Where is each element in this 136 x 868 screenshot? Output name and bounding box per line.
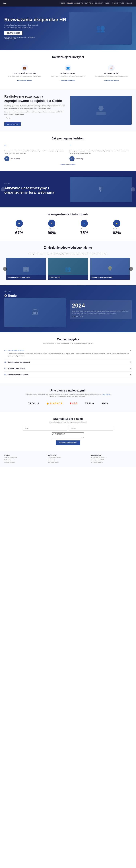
talent-title: Znalezienie odpowiedniego talentu: [4, 246, 132, 249]
faq-item-3[interactable]: 04. Performance Management ∨: [4, 372, 132, 378]
footer-col-sydney: Sydney A: 45 Portea Bay RdMelbourne E: i…: [4, 454, 45, 463]
partner-logo-evga: EVGA: [68, 401, 80, 406]
nav-page4[interactable]: PAGE 4: [127, 2, 133, 4]
testimonial-card-1: " Lorem ipsum dolor sit amet, consectetu…: [69, 144, 132, 161]
svg-point-0: [98, 106, 104, 111]
faq-num-1: 02.: [4, 361, 6, 363]
benefit-icon-1: 👥: [65, 65, 71, 71]
about-year-card: 2024 Lorem ipsum dolor sit amet, consect…: [70, 300, 132, 319]
contact-message-input[interactable]: [52, 432, 84, 438]
benefit-card-0: 💼 OSZCZĘDNOŚCI KOSZTÓW Lorem ipsum dolor…: [4, 62, 45, 84]
partners-highlight[interactable]: ante lobortis: [103, 394, 111, 395]
footer-addr-0: A: 45 Portea Bay RdMelbourne: [4, 457, 45, 461]
navbar: logo HOME USŁUGI ABOUT US OUR TEAM CONTA…: [0, 0, 136, 6]
svg-rect-1: [97, 112, 106, 115]
faq-item-2[interactable]: 03. Training Development ∨: [4, 365, 132, 372]
compensation-section: Wynagrodzenia i świadczenia 📊 Rozwój 67%…: [0, 208, 136, 241]
stat-label-1: Szkolenia: [37, 228, 67, 230]
testimonial-text-0: Lorem ipsum dolor sit amet, consectetur …: [4, 150, 67, 154]
hero-contact-label: Zadzwoń 24 godziny na dobę, 7 dni w tygo…: [4, 36, 35, 38]
author-name-0: Pascal Smith: [11, 158, 20, 160]
about-image: 🏛: [4, 298, 66, 327]
benefit-text-1: Lorem ipsum dolor sit amet, consectetur …: [50, 75, 86, 77]
partners-description: Paragraph. Lorem ipsum dolor sit amet, c…: [23, 393, 113, 398]
benefit-text-2: Lorem ipsum dolor sit amet, consectetur …: [93, 75, 130, 77]
contact-email-input[interactable]: [23, 426, 67, 431]
talent-prev-button[interactable]: ‹: [3, 267, 7, 271]
talent-card-title-2: Innowacyjne rozwiązania HR: [92, 277, 128, 278]
webinar-label: SLIDER: [4, 183, 66, 184]
talent-next-button[interactable]: ›: [129, 267, 133, 271]
stat-icon-1: 📚: [48, 220, 55, 227]
contact-form: [23, 426, 113, 431]
nav-about[interactable]: ABOUT US: [74, 2, 83, 4]
nav-page1[interactable]: PAGE 1: [105, 2, 110, 4]
footer-col-la: Los Angeles A: 500 Main St, Solvie 12Los…: [91, 454, 132, 463]
talent-cards-container: ‹ 🏢 Pozyskanie kadry menedżerów 👥 Rekrut…: [4, 258, 132, 280]
partner-logo-crolla: CROLLA: [26, 401, 41, 406]
talent-card-0: 🏢 Pozyskanie kadry menedżerów: [6, 258, 46, 280]
author-avatar-1: S: [69, 156, 74, 161]
benefit-link-0[interactable]: DOWIEDZ SIĘ WIĘCEJ: [17, 80, 32, 81]
contact-submit-button[interactable]: WYŚLIJ WIADOMOŚĆ: [56, 440, 80, 445]
nav-page2[interactable]: PAGE 2: [112, 2, 118, 4]
stat-icon-3: ⭐: [113, 220, 121, 227]
testimonial-card-0: " Lorem ipsum dolor sit amet, consectetu…: [4, 144, 67, 161]
talent-card-overlay-0: Pozyskanie kadry menedżerów: [6, 275, 46, 280]
about-year-text: Lorem ipsum dolor sit amet, consectetur …: [72, 310, 130, 314]
webinar-next-button[interactable]: ›: [131, 187, 135, 191]
webinar-section: ‹ SLIDER Aktywnie uczestniczymy i organi…: [0, 171, 136, 208]
contact-phone-input[interactable]: [69, 426, 113, 431]
talent-description: Lorem ipsum dolor sit amet, consectetur …: [4, 253, 132, 255]
talent-card-icon-1: 👥: [65, 266, 71, 272]
stat-card-1: 📚 Szkolenia 90%: [37, 220, 67, 235]
faq-content-0: Curabitur aliquam metus at est aliquam, …: [4, 353, 132, 357]
stat-value-3: 62%: [102, 230, 132, 235]
faq-chevron-2: ∨: [130, 367, 132, 370]
stat-label-0: Rozwój: [4, 228, 34, 230]
quote-mark-1: ": [69, 144, 132, 149]
about-link[interactable]: PRZEJDŹ TUTAJ: [72, 315, 130, 317]
nav-contact[interactable]: CONTACT: [95, 2, 103, 4]
realistic-readmore-button[interactable]: CZYTAJ WIĘCEJ: [4, 122, 21, 126]
faq-num-3: 04.: [4, 374, 6, 376]
faq-num-2: 03.: [4, 368, 6, 369]
about-year: 2024: [72, 302, 130, 309]
hero-phone: +1(800) 432-4926: [4, 38, 16, 40]
benefit-title-1: DOŚWIADCZENIE: [50, 72, 86, 74]
testimonial-author-0: P Pascal Smith: [4, 156, 67, 161]
webinar-content: SLIDER Aktywnie uczestniczymy i organizu…: [4, 183, 66, 196]
faq-title: Co nas napędza: [4, 338, 132, 341]
realistic-author: — Frazier: [4, 117, 66, 119]
partners-logos: CROLLA ◈ BINANCE EVGA TESLA SONY: [4, 401, 132, 406]
faq-item-1[interactable]: 02. Compensation Management ∨: [4, 359, 132, 365]
hero-cta-button[interactable]: CZYTAJ WIĘCEJ: [4, 31, 22, 35]
benefit-card-1: 👥 DOŚWIADCZENIE Lorem ipsum dolor sit am…: [48, 62, 88, 84]
faq-chevron-1: ∨: [130, 361, 132, 363]
testimonial-text-1: Lorem ipsum dolor sit amet, consectetur …: [69, 150, 132, 154]
realistic-image-svg: [94, 105, 108, 116]
realistic-image: [70, 96, 132, 125]
stat-value-1: 90%: [37, 230, 67, 235]
nav-home[interactable]: HOME: [60, 2, 65, 4]
about-title: O firmie: [4, 294, 66, 298]
partner-logo-binance: ◈ BINANCE: [44, 401, 65, 406]
webinar-image: 🎙: [70, 177, 132, 202]
webinar-prev-button[interactable]: ‹: [1, 187, 5, 191]
quote-mark-0: ": [4, 144, 67, 149]
testimonials-view-more[interactable]: Następne ▸ Poprzednie: [60, 164, 75, 165]
partners-section: Pracujemy z najlepszymi! Paragraph. Lore…: [0, 383, 136, 412]
nav-page3[interactable]: PAGE 3: [120, 2, 126, 4]
benefit-link-1[interactable]: DOWIEDZ SIĘ WIĘCEJ: [61, 80, 75, 81]
stats-grid: 📊 Rozwój 67% 📚 Szkolenia 90% 👤 Rekrutacj…: [4, 220, 132, 235]
nav-team[interactable]: OUR TEAM: [84, 2, 93, 4]
benefit-link-2[interactable]: DOWIEDZ SIĘ WIĘCEJ: [104, 80, 118, 81]
stat-value-0: 67%: [4, 230, 34, 235]
about-right: 2024 Lorem ipsum dolor sit amet, consect…: [70, 298, 132, 319]
testimonial-author-1: S Sam Perry: [69, 156, 132, 161]
partner-logo-sony: SONY: [99, 401, 110, 406]
nav-uslugi[interactable]: USŁUGI: [67, 2, 73, 4]
benefits-title: Najważniejsze korzyści: [4, 56, 132, 59]
faq-item-0[interactable]: 01. Recruitment Staffing ∧ Curabitur ali…: [4, 347, 132, 359]
author-avatar-0: P: [4, 156, 9, 161]
